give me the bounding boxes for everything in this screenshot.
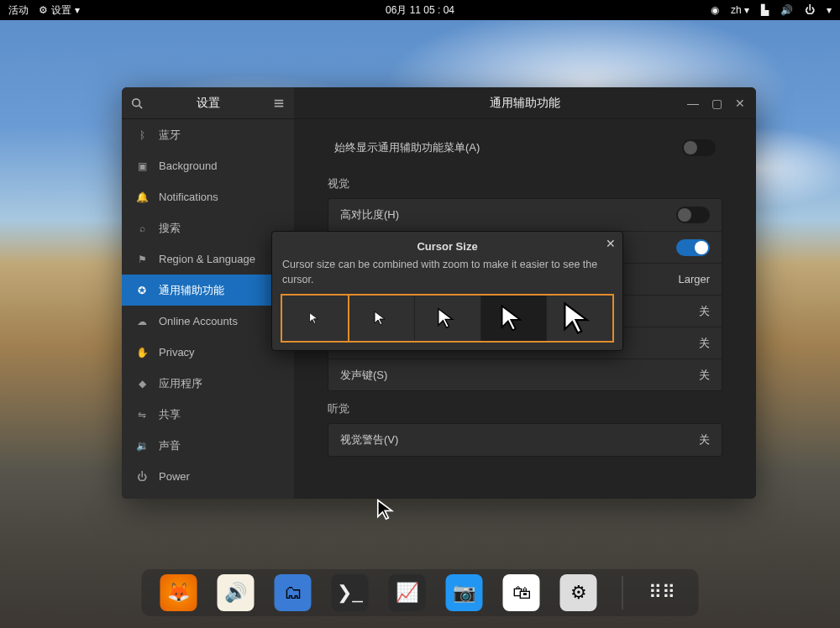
bluetooth-icon: ᛒ — [135, 129, 149, 141]
system-cursor — [375, 498, 399, 521]
sidebar-item-label: 搜索 — [159, 221, 181, 236]
sidebar-item-apps[interactable]: ◆应用程序 — [122, 368, 294, 399]
sidebar-item-label: 通用辅助功能 — [159, 283, 224, 298]
power-icon[interactable]: ⏻ — [805, 4, 815, 16]
sidebar-item-label: Privacy — [159, 346, 195, 358]
cursor-size-option[interactable] — [282, 296, 349, 341]
row-label: 发声键(S) — [340, 368, 387, 383]
dock-screenshot[interactable]: 📷 — [446, 574, 483, 611]
input-method-indicator[interactable]: zh ▾ — [731, 4, 749, 16]
clock[interactable]: 06月 11 05 : 04 — [386, 3, 454, 18]
settings-row[interactable]: 发声键(S)关 — [328, 358, 722, 390]
sidebar-item-flag[interactable]: ⚑Region & Language — [122, 243, 294, 275]
search-icon: ⌕ — [135, 222, 149, 234]
sidebar-item-online[interactable]: ☁Online Accounts — [122, 306, 294, 337]
share-icon: ⇋ — [135, 409, 149, 421]
cursor-size-option[interactable] — [349, 296, 416, 341]
dock-apps-grid[interactable]: ⠿⠿ — [643, 574, 680, 611]
hamburger-button[interactable] — [264, 87, 294, 119]
gear-icon: ⚙ — [39, 4, 48, 16]
cursor-arrow-icon — [373, 310, 390, 327]
topbar-settings-menu[interactable]: ⚙ 设置 ▾ — [39, 3, 80, 18]
popover-description: Cursor size can be combined with zoom to… — [281, 258, 614, 294]
main-header: 通用辅助功能 — ▢ ✕ — [294, 87, 756, 119]
chevron-down-icon: ▾ — [827, 4, 832, 16]
minimize-button[interactable]: — — [682, 93, 704, 113]
sidebar-item-accessibility[interactable]: ✪通用辅助功能 — [122, 275, 294, 306]
toggle[interactable] — [676, 207, 710, 223]
dock-terminal[interactable]: ❯_ — [332, 574, 369, 611]
sidebar-item-label: Background — [159, 160, 217, 172]
top-bar: 活动 ⚙ 设置 ▾ 06月 11 05 : 04 ◉ zh ▾ ▙ 🔊 ⏻ ▾ — [0, 0, 840, 20]
cursor-size-option[interactable] — [547, 296, 612, 341]
cursor-size-option[interactable] — [481, 296, 548, 341]
sidebar-item-label: 共享 — [159, 407, 181, 422]
dock-music[interactable]: 🔊 — [218, 574, 255, 611]
dock-separator — [622, 576, 623, 610]
flag-icon: ⚑ — [135, 254, 149, 265]
settings-row[interactable]: 视觉警告(V)关 — [328, 424, 722, 456]
dock-firefox[interactable]: 🦊 — [160, 574, 197, 611]
dock-settings[interactable]: ⚙ — [560, 574, 597, 611]
sidebar-item-search[interactable]: ⌕搜索 — [122, 212, 294, 243]
dock-software[interactable]: 🛍 — [503, 574, 540, 611]
toggle[interactable] — [676, 239, 710, 256]
sidebar-item-share[interactable]: ⇋共享 — [122, 399, 294, 430]
sidebar-item-privacy[interactable]: ✋Privacy — [122, 337, 294, 368]
popover-title: Cursor Size — [281, 238, 614, 258]
cursor-size-options — [281, 294, 614, 343]
sidebar-item-bg[interactable]: ▣Background — [122, 150, 294, 181]
accessibility-icon[interactable]: ◉ — [711, 4, 719, 16]
sidebar-header: 设置 — [122, 87, 294, 119]
dock-monitor[interactable]: 📈 — [389, 574, 426, 611]
sidebar-item-label: Power — [159, 470, 190, 483]
always-show-label: 始终显示通用辅助功能菜单(A) — [334, 140, 480, 155]
sidebar-item-label: Notifications — [159, 191, 218, 203]
sidebar-item-label: 蓝牙 — [159, 128, 181, 143]
hamburger-icon — [273, 97, 285, 109]
hearing-section-title: 听觉 — [328, 401, 722, 416]
sound-icon: 🔉 — [135, 440, 149, 452]
power-icon: ⏻ — [135, 471, 149, 483]
close-button[interactable]: ✕ — [729, 93, 751, 113]
maximize-button[interactable]: ▢ — [706, 93, 727, 113]
network-icon[interactable]: ▙ — [761, 4, 769, 16]
cursor-arrow-icon — [561, 300, 598, 337]
privacy-icon: ✋ — [135, 347, 149, 358]
row-value: Larger — [678, 273, 710, 285]
sidebar-item-bell[interactable]: 🔔Notifications — [122, 181, 294, 212]
page-title: 通用辅助功能 — [490, 96, 560, 111]
settings-row[interactable]: 高对比度(H) — [328, 199, 722, 231]
sidebar-item-label: 应用程序 — [159, 376, 202, 391]
activities-button[interactable]: 活动 — [8, 3, 29, 18]
accessibility-icon: ✪ — [135, 285, 149, 296]
sidebar-list: ᛒ蓝牙▣Background🔔Notifications⌕搜索⚑Region &… — [122, 119, 294, 499]
row-label: 高对比度(H) — [340, 207, 399, 222]
always-show-toggle[interactable] — [682, 139, 716, 156]
sidebar-item-label: Online Accounts — [159, 315, 238, 327]
svg-point-0 — [133, 98, 140, 106]
sidebar-item-label: Region & Language — [159, 253, 255, 265]
sidebar-item-power[interactable]: ⏻Power — [122, 461, 294, 492]
cursor-arrow-icon — [308, 311, 322, 325]
dock: 🦊 🔊 🗂 ❯_ 📈 📷 🛍 ⚙ ⠿⠿ — [142, 569, 699, 616]
apps-icon: ◆ — [135, 378, 149, 390]
volume-icon[interactable]: 🔊 — [780, 4, 793, 16]
popover-close-button[interactable]: ✕ — [606, 237, 616, 250]
sidebar-title: 设置 — [152, 96, 264, 111]
always-show-menu-row[interactable]: 始终显示通用辅助功能菜单(A) — [328, 136, 722, 166]
row-label: 视觉警告(V) — [340, 432, 398, 447]
sidebar-item-sound[interactable]: 🔉声音 — [122, 430, 294, 461]
online-icon: ☁ — [135, 316, 149, 327]
sidebar-item-label: 声音 — [159, 438, 181, 453]
search-button[interactable] — [122, 87, 152, 119]
row-value: 关 — [699, 336, 710, 351]
cursor-arrow-icon — [436, 306, 459, 330]
row-value: 关 — [699, 368, 710, 383]
cursor-size-option[interactable] — [415, 296, 481, 341]
chevron-down-icon: ▾ — [75, 4, 80, 16]
sidebar-item-bluetooth[interactable]: ᛒ蓝牙 — [122, 119, 294, 150]
dock-files[interactable]: 🗂 — [275, 574, 312, 611]
cursor-arrow-icon — [499, 303, 529, 333]
bell-icon: 🔔 — [135, 191, 149, 203]
